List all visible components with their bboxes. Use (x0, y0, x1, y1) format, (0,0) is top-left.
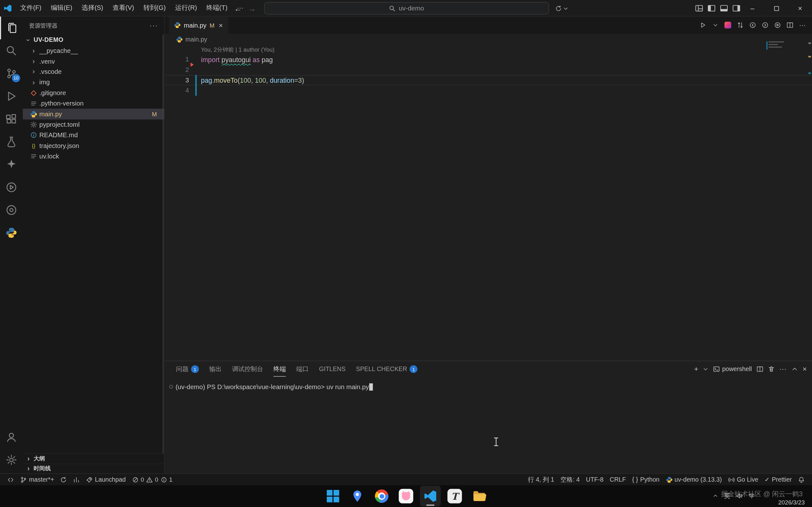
notifications-bell[interactable] (795, 476, 808, 483)
activity-account[interactable] (0, 426, 23, 449)
t-app-button[interactable]: T (444, 486, 465, 506)
activity-run-debug[interactable] (0, 85, 23, 108)
tree-item-.gitignore[interactable]: .gitignore (23, 88, 164, 98)
editor-more-actions-button[interactable]: ··· (797, 19, 808, 31)
window-minimize-button[interactable]: – (741, 0, 764, 16)
tree-item-main.py[interactable]: main.pyM (23, 109, 164, 119)
activity-gitlens[interactable] (0, 199, 23, 222)
indentation[interactable]: 空格: 4 (557, 475, 583, 484)
window-close-button[interactable]: × (788, 0, 812, 16)
run-python-file-button[interactable] (698, 19, 708, 31)
split-terminal-icon[interactable] (757, 365, 763, 372)
git-deleted-marker[interactable] (191, 63, 194, 67)
sidebar-scrollbar[interactable] (163, 35, 164, 453)
next-change-button[interactable] (760, 19, 770, 31)
tree-item-README.md[interactable]: README.md (23, 130, 164, 140)
tab-close-icon[interactable]: × (219, 21, 223, 29)
tab-main-py[interactable]: main.py M × (169, 16, 228, 34)
menu-item-6[interactable]: 终端(T) (202, 4, 232, 11)
activity-settings[interactable] (0, 449, 23, 471)
sidebar-section-0[interactable]: ›大纲 (23, 453, 164, 463)
colored-extension-button[interactable] (722, 19, 733, 31)
menu-item-4[interactable]: 转到(G) (139, 4, 171, 11)
file-explorer-button[interactable] (469, 486, 490, 506)
commit-graph-button[interactable] (70, 474, 83, 486)
code-line-2[interactable]: 2 (165, 65, 812, 75)
problems-status[interactable]: 0 0 1 (129, 474, 175, 486)
kill-terminal-icon[interactable] (768, 365, 774, 372)
breadcrumb[interactable]: main.py (165, 34, 812, 45)
activity-search[interactable] (0, 39, 23, 62)
git-branch-status[interactable]: master*+ (17, 474, 57, 486)
activity-python[interactable] (0, 222, 23, 244)
activity-sparkle[interactable] (0, 153, 23, 176)
customize-layout-icon[interactable] (695, 4, 703, 12)
minimap[interactable] (768, 42, 787, 48)
panel-tab-6[interactable]: SPELL CHECKER1 (356, 361, 417, 377)
tree-root-uv-demo[interactable]: › UV-DEMO (23, 34, 164, 46)
maps-app-button[interactable] (347, 486, 368, 506)
remote-indicator[interactable] (4, 474, 17, 486)
taskbar-date[interactable]: 2026/3/23 (778, 499, 805, 506)
command-decoration-icon[interactable] (169, 385, 173, 389)
toggle-panel-icon[interactable] (720, 4, 728, 12)
code-line-1[interactable]: 1import pyautogui as pag (165, 54, 812, 65)
panel-tab-5[interactable]: GITLENS (319, 361, 346, 377)
tree-item-trajectory.json[interactable]: {}trajectory.json (23, 140, 164, 151)
tree-item-uv.lock[interactable]: uv.lock (23, 151, 164, 162)
maximize-panel-icon[interactable] (791, 365, 798, 372)
tree-item-pyproject.toml[interactable]: pyproject.toml (23, 119, 164, 130)
terminal-profile-chevron[interactable] (703, 366, 709, 372)
panel-tab-3[interactable]: 终端 (273, 361, 286, 377)
code-line-3[interactable]: 3pag.moveTo(100, 100, duration=3) (165, 75, 812, 86)
activity-extensions[interactable] (0, 108, 23, 130)
cursor-position[interactable]: 行 4, 列 1 (525, 475, 557, 484)
menu-item-1[interactable]: 编辑(E) (46, 4, 77, 11)
new-terminal-button[interactable]: + (694, 365, 698, 373)
tree-item-__pycache__[interactable]: ›__pycache__ (23, 46, 164, 56)
codelens-blame[interactable]: You, 2分钟前 | 1 author (You) (201, 45, 812, 54)
eol-sequence[interactable]: CRLF (607, 476, 629, 483)
python-interpreter[interactable]: uv-demo (3.13.3) (663, 476, 725, 483)
tree-item-.vscode[interactable]: ›.vscode (23, 66, 164, 77)
panel-more-actions-button[interactable]: ··· (779, 365, 786, 373)
start-button[interactable] (322, 486, 343, 506)
nav-forward-button[interactable]: → (248, 4, 256, 13)
activity-explorer[interactable] (0, 16, 23, 39)
menu-item-2[interactable]: 选择(S) (77, 4, 108, 11)
activity-run-circle[interactable] (0, 176, 23, 199)
vscode-app-button[interactable] (420, 486, 441, 506)
language-mode[interactable]: { } Python (629, 476, 663, 483)
code-line-4[interactable]: 4 (165, 85, 812, 96)
activity-testing[interactable] (0, 130, 23, 153)
toggle-secondary-sidebar-icon[interactable] (732, 4, 741, 12)
close-panel-button[interactable]: × (803, 365, 807, 373)
menu-item-5[interactable]: 运行(R) (170, 4, 202, 11)
go-live-button[interactable]: Go Live (725, 476, 762, 483)
menu-item-3[interactable]: 查看(V) (108, 4, 139, 11)
chrome-app-button[interactable] (371, 486, 392, 506)
run-dropdown-button[interactable] (710, 19, 721, 31)
sync-changes-button[interactable] (57, 474, 70, 486)
shell-selector[interactable]: powershell (713, 365, 752, 373)
sidebar-more-actions[interactable]: ··· (150, 21, 158, 29)
tree-item-img[interactable]: ›img (23, 77, 164, 88)
split-editor-button[interactable] (784, 19, 795, 31)
sidebar-section-1[interactable]: ›时间线 (23, 463, 164, 473)
panel-tab-4[interactable]: 端口 (296, 361, 309, 377)
gitlens-launchpad[interactable]: Launchpad (83, 474, 129, 486)
activity-source-control[interactable]: 10 (0, 62, 23, 85)
panel-tab-1[interactable]: 输出 (209, 361, 222, 377)
prettier-status[interactable]: ✓ Prettier (761, 476, 795, 483)
tray-expand-icon[interactable] (713, 493, 718, 499)
nav-back-button[interactable]: ← (234, 4, 242, 13)
terminal[interactable]: (uv-demo) PS D:\workspace\vue-learning\u… (165, 377, 812, 391)
window-maximize-button[interactable] (764, 0, 788, 16)
tree-item-.venv[interactable]: ›.venv (23, 56, 164, 66)
sync-status-button[interactable] (555, 0, 568, 16)
open-changes-button[interactable] (772, 19, 783, 31)
panel-tab-2[interactable]: 调试控制台 (232, 361, 263, 377)
compare-changes-button[interactable] (735, 19, 746, 31)
prev-change-button[interactable] (747, 19, 758, 31)
pink-cat-app-button[interactable] (396, 486, 416, 506)
